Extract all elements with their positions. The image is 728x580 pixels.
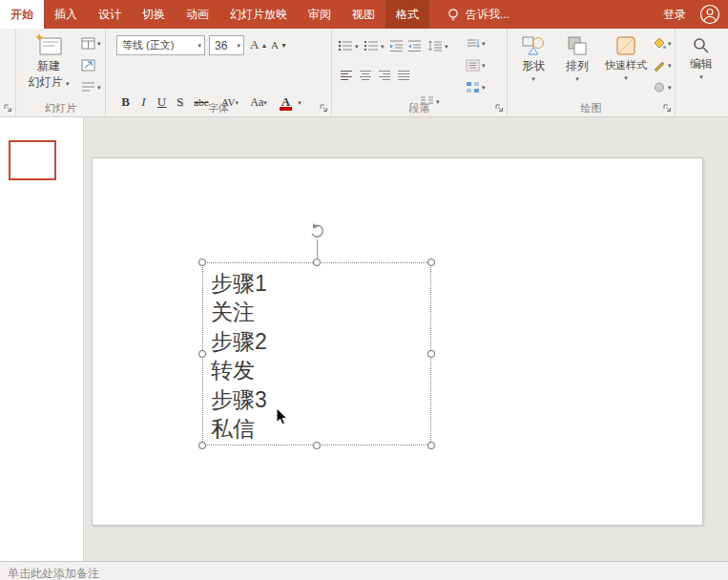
justify-button[interactable] [395,65,412,86]
selection-handle-top-right[interactable] [427,259,435,266]
up-arrow-icon: ▲ [260,42,267,49]
text-line[interactable]: 转发 [211,356,267,384]
text-line[interactable]: 步骤2 [211,327,267,356]
shapes-icon [521,34,546,57]
shape-outline-button[interactable]: ▾ [653,55,672,74]
selection-handle-top-left[interactable] [198,259,206,266]
sign-in-button[interactable]: 登录 [650,0,699,29]
grow-font-button[interactable]: A▲ [250,35,267,54]
chevron-down-icon: ▾ [237,42,240,49]
shapes-label: 形状 [522,59,545,73]
font-size-combobox[interactable]: 36 ▾ [209,35,244,55]
convert-to-smartart-button[interactable]: ▾ [466,77,486,96]
selection-handle-bottom-right[interactable] [427,442,435,449]
group-label-drawing: 绘图 [508,101,675,115]
notes-pane[interactable]: 单击此处添加备注 [0,561,728,580]
numbering-button[interactable]: ▾ [364,36,385,55]
selected-text-box[interactable]: 步骤1 关注 步骤2 转发 步骤3 私信 [202,262,431,445]
chevron-down-icon: ▾ [66,80,70,87]
section-button[interactable]: ▾ [81,77,101,96]
increase-indent-button[interactable] [407,36,422,55]
group-paragraph: ▾ ▾ ▾ [332,29,508,116]
selection-handle-bottom-left[interactable] [198,442,206,449]
ribbon-tab-bar: 开始 插入 设计 切换 动画 幻灯片放映 审阅 视图 格式 告诉我... 登录 [0,0,728,29]
tab-format-contextual[interactable]: 格式 [385,0,429,29]
tab-transitions[interactable]: 切换 [132,0,176,29]
down-arrow-icon: ▼ [281,42,287,49]
chevron-down-icon: ▾ [482,40,486,47]
chevron-down-icon: ▾ [482,84,486,91]
font-size-value: 36 [215,39,227,52]
tab-home[interactable]: 开始 [0,0,44,29]
tell-me-label: 告诉我... [466,7,510,23]
chevron-down-icon: ▾ [624,74,628,81]
new-slide-label-line1: 新建 [37,59,60,73]
tell-me-box[interactable]: 告诉我... [437,0,519,29]
quick-styles-button[interactable]: 快速样式 ▾ [601,34,651,81]
reset-slide-button[interactable] [81,55,95,74]
arrange-button[interactable]: 排列 ▾ [557,34,597,82]
bullets-button[interactable]: ▾ [338,36,359,55]
group-font: 等线 (正文) ▾ 36 ▾ A▲ A▼ B I U S abc AV ▾ [106,29,332,116]
text-direction-button[interactable]: ▾ [466,33,486,52]
arrange-label: 排列 [566,59,589,73]
notes-placeholder[interactable]: 单击此处添加备注 [8,567,99,580]
group-clipboard-partial [0,29,16,116]
selection-handle-top-middle[interactable] [313,259,321,266]
chevron-down-icon: ▾ [575,75,579,82]
new-slide-icon [34,32,63,57]
tab-view[interactable]: 视图 [342,0,385,29]
chevron-down-icon: ▾ [355,43,359,50]
editing-label: 编辑 [690,57,713,72]
tab-slideshow[interactable]: 幻灯片放映 [219,0,298,29]
selection-handle-middle-left[interactable] [198,350,206,358]
group-label-slides: 幻灯片 [16,101,105,115]
group-slides: 新建 幻灯片 ▾ ▾ ▾ 幻灯片 [16,29,106,116]
align-right-button[interactable] [376,65,393,86]
line-spacing-button[interactable]: ▾ [427,36,448,55]
chevron-down-icon: ▾ [445,43,448,50]
text-box-content[interactable]: 步骤1 关注 步骤2 转发 步骤3 私信 [211,269,267,443]
chevron-down-icon: ▾ [482,62,486,69]
shape-fill-button[interactable]: ▾ [653,33,672,52]
chevron-down-icon: ▾ [668,62,672,69]
tab-design[interactable]: 设计 [88,0,132,29]
search-icon [692,36,711,55]
chevron-down-icon: ▾ [198,42,201,49]
align-center-button[interactable] [357,65,374,86]
shrink-font-button[interactable]: A▼ [271,35,287,54]
account-icon[interactable] [699,0,728,29]
tab-animations[interactable]: 动画 [176,0,219,29]
decrease-indent-button[interactable] [389,36,404,55]
tab-review[interactable]: 审阅 [298,0,342,29]
align-left-button[interactable] [338,65,355,86]
chevron-down-icon: ▾ [668,40,672,47]
selection-handle-bottom-middle[interactable] [313,442,321,449]
shape-effects-button[interactable]: ▾ [653,77,672,96]
new-slide-label-line2: 幻灯片 [29,75,63,89]
chevron-down-icon: ▾ [699,73,703,80]
tab-insert[interactable]: 插入 [44,0,88,29]
text-line[interactable]: 步骤1 [211,269,267,298]
grow-font-glyph: A [250,37,259,52]
slide-canvas[interactable]: 步骤1 关注 步骤2 转发 步骤3 私信 [92,157,703,526]
layout-button[interactable]: ▾ [81,33,101,52]
chevron-down-icon: ▾ [97,40,101,47]
clipboard-dialog-launcher-icon[interactable] [3,103,13,114]
text-line[interactable]: 关注 [211,298,267,326]
font-name-combobox[interactable]: 等线 (正文) ▾ [116,35,205,55]
lightbulb-icon [447,8,460,22]
new-slide-button[interactable]: 新建 幻灯片 ▾ [19,32,78,90]
text-line[interactable]: 步骤3 [211,385,267,414]
rotation-handle-stem [317,239,318,259]
rotation-handle-icon[interactable] [308,222,325,239]
text-line[interactable]: 私信 [211,414,267,443]
selection-handle-middle-right[interactable] [427,350,435,358]
ribbon: 新建 幻灯片 ▾ ▾ ▾ 幻灯片 等线 (正文) ▾ 36 [0,29,728,117]
shapes-button[interactable]: 形状 ▾ [513,34,553,82]
slide-thumbnail-1[interactable] [9,140,56,180]
powerpoint-window: 开始 插入 设计 切换 动画 幻灯片放映 审阅 视图 格式 告诉我... 登录 [0,0,728,580]
shrink-font-glyph: A [271,39,279,51]
align-text-button[interactable]: ▾ [466,55,486,74]
editing-button[interactable]: 编辑 ▾ [681,36,721,80]
